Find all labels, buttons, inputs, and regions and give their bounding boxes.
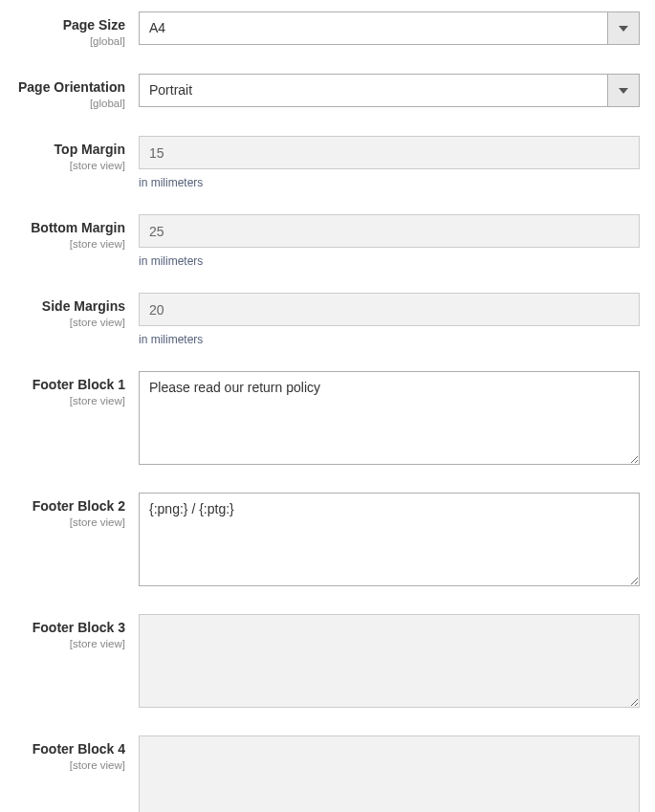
- bottom-margin-input[interactable]: [139, 214, 640, 248]
- field-footer-block-1: Footer Block 1 [store view]: [10, 371, 645, 468]
- field-top-margin: Top Margin [store view] in milimeters: [10, 136, 645, 189]
- label-col: Page Orientation [global]: [10, 74, 139, 111]
- page-orientation-scope: [global]: [10, 97, 125, 111]
- chevron-down-icon: [619, 88, 628, 94]
- footer-block-3-textarea[interactable]: [139, 614, 640, 708]
- label-col: Page Size [global]: [10, 11, 139, 49]
- field-col: [139, 614, 645, 711]
- page-orientation-select[interactable]: Portrait: [139, 74, 640, 107]
- bottom-margin-hint: in milimeters: [139, 254, 640, 268]
- bottom-margin-scope: [store view]: [10, 237, 125, 252]
- field-col: in milimeters: [139, 214, 645, 268]
- field-col: [139, 735, 645, 812]
- footer-block-2-textarea[interactable]: [139, 493, 640, 586]
- chevron-down-icon: [619, 26, 628, 32]
- label-col: Top Margin [store view]: [10, 136, 139, 173]
- side-margins-input[interactable]: [139, 293, 640, 326]
- top-margin-input[interactable]: [139, 136, 640, 169]
- field-page-orientation: Page Orientation [global] Portrait: [10, 74, 645, 111]
- field-footer-block-4: Footer Block 4 [store view]: [10, 735, 645, 812]
- footer-block-3-scope: [store view]: [10, 637, 125, 651]
- side-margins-scope: [store view]: [10, 316, 125, 330]
- field-footer-block-2: Footer Block 2 [store view]: [10, 493, 645, 589]
- label-col: Footer Block 4 [store view]: [10, 735, 139, 773]
- label-col: Bottom Margin [store view]: [10, 214, 139, 252]
- field-col: [139, 493, 645, 589]
- field-page-size: Page Size [global] A4: [10, 11, 645, 49]
- label-col: Side Margins [store view]: [10, 293, 139, 330]
- page-size-label: Page Size: [10, 16, 125, 33]
- label-col: Footer Block 3 [store view]: [10, 614, 139, 651]
- field-col: A4: [139, 11, 645, 45]
- side-margins-label: Side Margins: [10, 297, 125, 315]
- top-margin-hint: in milimeters: [139, 176, 640, 189]
- label-col: Footer Block 1 [store view]: [10, 371, 139, 408]
- page-size-value: A4: [139, 11, 607, 45]
- top-margin-label: Top Margin: [10, 141, 125, 158]
- top-margin-scope: [store view]: [10, 159, 125, 173]
- footer-block-1-label: Footer Block 1: [10, 376, 125, 393]
- field-footer-block-3: Footer Block 3 [store view]: [10, 614, 645, 711]
- bottom-margin-label: Bottom Margin: [10, 219, 125, 236]
- label-col: Footer Block 2 [store view]: [10, 493, 139, 530]
- field-col: [139, 371, 645, 468]
- page-orientation-dropdown-button[interactable]: [607, 74, 640, 107]
- field-bottom-margin: Bottom Margin [store view] in milimeters: [10, 214, 645, 268]
- page-orientation-value: Portrait: [139, 74, 607, 107]
- footer-block-1-textarea[interactable]: [139, 371, 640, 465]
- footer-block-3-label: Footer Block 3: [10, 619, 125, 636]
- side-margins-hint: in milimeters: [139, 333, 640, 346]
- footer-block-4-label: Footer Block 4: [10, 740, 125, 757]
- page-size-dropdown-button[interactable]: [607, 11, 640, 45]
- field-col: in milimeters: [139, 293, 645, 346]
- footer-block-1-scope: [store view]: [10, 394, 125, 408]
- footer-block-4-scope: [store view]: [10, 758, 125, 773]
- page-orientation-label: Page Orientation: [10, 78, 125, 96]
- footer-block-2-scope: [store view]: [10, 516, 125, 530]
- page-size-select[interactable]: A4: [139, 11, 640, 45]
- footer-block-4-textarea[interactable]: [139, 735, 640, 812]
- footer-block-2-label: Footer Block 2: [10, 497, 125, 515]
- page-size-scope: [global]: [10, 34, 125, 49]
- field-col: in milimeters: [139, 136, 645, 189]
- field-col: Portrait: [139, 74, 645, 107]
- field-side-margins: Side Margins [store view] in milimeters: [10, 293, 645, 346]
